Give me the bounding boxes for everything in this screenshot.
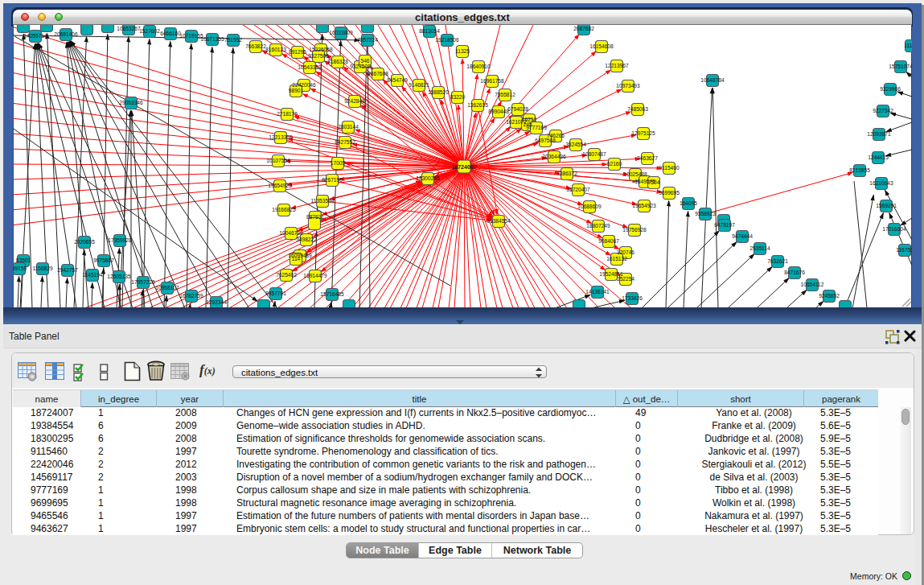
svg-text:9327506: 9327506 [308,53,329,59]
svg-text:83501: 83501 [16,257,31,263]
svg-text:29053346: 29053346 [119,100,143,105]
svg-text:98901: 98901 [289,88,304,93]
svg-text:1292344: 1292344 [206,299,227,305]
svg-text:6479197: 6479197 [714,222,735,228]
svg-text:12213369: 12213369 [269,134,293,140]
svg-text:7857224: 7857224 [357,37,378,43]
svg-text:12213967: 12213967 [605,63,629,68]
svg-text:2718176: 2718176 [277,111,298,117]
svg-text:19166825: 19166825 [272,207,296,212]
svg-text:9699695: 9699695 [659,190,680,196]
svg-text:8267190: 8267190 [322,177,343,183]
svg-text:12093871: 12093871 [867,131,891,137]
svg-text:8160123: 8160123 [265,47,286,52]
svg-text:17359928: 17359928 [108,237,132,243]
svg-text:1569291: 1569291 [876,203,897,208]
svg-text:1156829: 1156829 [32,266,53,271]
svg-text:10807487: 10807487 [582,151,606,157]
svg-text:8454749: 8454749 [387,77,408,83]
svg-text:10543352: 10543352 [298,64,322,70]
svg-text:7955812: 7955812 [495,92,515,97]
svg-text:10973493: 10973493 [616,83,640,89]
svg-text:9329966: 9329966 [880,86,901,92]
svg-text:16154608: 16154608 [589,43,614,49]
svg-text:10107554: 10107554 [266,158,290,163]
svg-text:18807249: 18807249 [586,223,610,229]
svg-text:3824554: 3824554 [565,142,586,147]
svg-text:7625402: 7625402 [276,272,297,278]
svg-text:6497568: 6497568 [535,138,556,143]
svg-text:14136141: 14136141 [585,289,610,295]
svg-text:17016504: 17016504 [882,226,906,232]
svg-text:7632621: 7632621 [767,258,788,264]
svg-text:16210643: 16210643 [869,180,893,186]
svg-text:116753: 116753 [896,247,912,253]
svg-text:9242848: 9242848 [344,98,365,104]
svg-text:39159: 39159 [13,266,27,271]
svg-text:16782759: 16782759 [179,293,203,299]
svg-text:8813054: 8813054 [419,28,440,34]
svg-text:7663822: 7663822 [245,43,266,49]
svg-text:11124: 11124 [904,43,912,48]
svg-text:10046736: 10046736 [279,230,303,236]
svg-text:9857791: 9857791 [265,290,286,296]
svg-text:8186328: 8186328 [327,59,348,64]
svg-text:16961758: 16961758 [480,78,504,84]
svg-text:14055714: 14055714 [23,33,47,39]
svg-text:7504: 7504 [648,179,660,185]
svg-text:8427552: 8427552 [335,139,355,145]
svg-text:10688609: 10688609 [577,204,602,209]
svg-text:9227342: 9227342 [873,108,893,113]
svg-text:18724007: 18724007 [451,164,476,170]
svg-text:12975125: 12975125 [631,130,655,136]
svg-text:6466160: 6466160 [160,31,181,36]
svg-text:15226058: 15226058 [309,47,333,52]
svg-text:252254: 252254 [617,276,634,282]
svg-text:19756928: 19756928 [622,227,647,233]
svg-text:15751074: 15751074 [889,64,912,69]
svg-text:9084067: 9084067 [598,238,619,244]
svg-text:1362615: 1362615 [467,102,488,108]
svg-text:8990448: 8990448 [488,109,509,114]
svg-text:11353594: 11353594 [311,198,335,204]
svg-text:164095: 164095 [680,200,697,206]
svg-text:18640910: 18640910 [466,64,491,69]
svg-text:12505135: 12505135 [107,274,131,279]
svg-text:891295: 891295 [289,49,306,55]
svg-text:1527602: 1527602 [139,28,160,34]
svg-text:1733426: 1733426 [622,295,643,301]
svg-text:2867608: 2867608 [368,71,388,76]
svg-text:19384554: 19384554 [487,218,511,224]
svg-text:751552: 751552 [224,37,242,43]
svg-text:18300295: 18300295 [416,175,440,181]
svg-text:9975867: 9975867 [93,257,114,263]
svg-text:1244415: 1244415 [868,154,889,160]
svg-text:19654923: 19654923 [268,183,292,188]
svg-text:17005: 17005 [331,160,346,166]
svg-text:546: 546 [360,58,369,64]
svg-text:10958107: 10958107 [155,285,179,290]
svg-text:120746: 120746 [617,249,634,255]
svg-text:2935114: 2935114 [749,245,770,251]
svg-text:15716485: 15716485 [320,291,344,297]
svg-text:16033809: 16033809 [329,30,353,35]
svg-text:10654112: 10654112 [801,282,824,287]
svg-text:83220: 83220 [450,94,466,100]
svg-text:62160: 62160 [607,161,622,167]
svg-text:10648784: 10648784 [700,77,725,83]
svg-text:6794028: 6794028 [507,106,528,112]
svg-text:19654923: 19654923 [632,203,656,208]
svg-text:7386372: 7386372 [556,171,577,176]
svg-text:3498222: 3498222 [296,237,317,242]
svg-text:2020655: 2020655 [74,239,95,245]
svg-text:1145194: 1145194 [82,272,103,278]
svg-text:10025488: 10025488 [623,171,647,177]
svg-text:9777169: 9777169 [526,125,547,130]
svg-text:1615132: 1615132 [606,256,627,262]
svg-text:16914479: 16914479 [303,273,327,278]
svg-text:17957275: 17957275 [131,279,155,285]
svg-text:7485063: 7485063 [627,106,648,112]
svg-text:9115460: 9115460 [659,165,680,171]
svg-text:9474444: 9474444 [732,233,753,239]
svg-text:10653267: 10653267 [117,26,141,31]
